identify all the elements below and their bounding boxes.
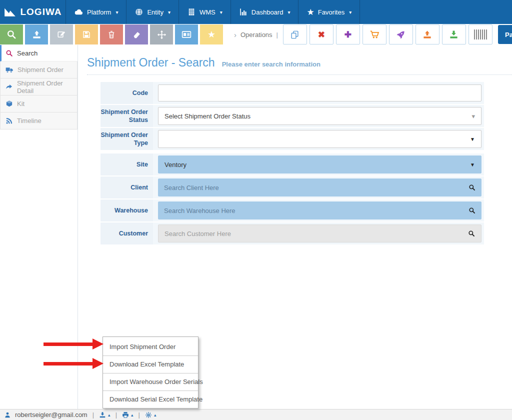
customer-search-placeholder: Search Customer Here xyxy=(164,230,231,238)
sidebar-item-kit[interactable]: Kit xyxy=(0,96,78,112)
rss-icon xyxy=(6,117,13,124)
menu-item-import-warehouse-order-serials[interactable]: Import Warehouse Order Serials xyxy=(103,373,198,390)
form-row-shipment-order-type: Shipment Order Type ▼ xyxy=(100,128,484,150)
chevron-down-icon: ▾ xyxy=(168,10,170,15)
menu-item-download-excel-template[interactable]: Download Excel Template xyxy=(103,356,198,373)
site-select[interactable]: Ventory ▼ xyxy=(158,156,482,174)
upload-button[interactable] xyxy=(25,24,48,44)
logiwa-logo-icon xyxy=(4,6,16,18)
plus-icon: ✚ xyxy=(344,30,352,39)
warehouse-search-input[interactable]: Search Warehouse Here xyxy=(158,202,482,220)
nav-item-entity[interactable]: Entity ▾ xyxy=(126,0,179,24)
truck-icon xyxy=(6,66,14,74)
magnifier-icon xyxy=(6,30,16,40)
globe-icon xyxy=(134,8,144,16)
card-icon xyxy=(182,30,192,40)
client-search-input[interactable]: Search Client Here xyxy=(158,178,482,196)
nav-item-dashboard[interactable]: Dashboard ▾ xyxy=(231,0,299,24)
nav-label: WMS xyxy=(200,8,216,16)
page-tips-button[interactable]: Page T xyxy=(498,25,512,44)
nav-item-favorites[interactable]: ★ Favorites ▾ xyxy=(298,0,360,24)
sidebar-item-search[interactable]: Search xyxy=(0,45,78,62)
body-row: Search Shipment Order Shipment Order Det… xyxy=(0,45,512,409)
printer-icon xyxy=(122,412,129,418)
chevron-up-icon: ▴ xyxy=(154,412,156,418)
logiwa-logo[interactable]: LOGIWA xyxy=(0,0,66,24)
form-row-client: Client Search Client Here xyxy=(100,176,484,198)
sidebar-item-shipment-order[interactable]: Shipment Order xyxy=(0,62,78,78)
form-row-customer: Customer Search Customer Here xyxy=(100,222,484,244)
nav-item-wms[interactable]: WMS ▾ xyxy=(179,0,231,24)
sidebar-tabs: Search Shipment Order Shipment Order Det… xyxy=(0,45,78,409)
import-export-menu: Import Shipment Order Download Excel Tem… xyxy=(102,336,198,408)
nav-label: Favorites xyxy=(318,8,344,16)
customer-search-input[interactable]: Search Customer Here xyxy=(158,224,482,242)
trash-icon xyxy=(107,30,116,39)
copy-button[interactable] xyxy=(283,24,307,44)
cloud-icon xyxy=(74,8,84,17)
field-label: Client xyxy=(100,176,153,198)
import-button[interactable] xyxy=(416,24,440,44)
barcode-button[interactable] xyxy=(468,24,492,44)
nav-label: Platform xyxy=(87,8,111,16)
page-title: Shipment Order - Search xyxy=(87,56,215,70)
favorite-button[interactable]: ★ xyxy=(200,24,223,44)
cube-icon xyxy=(6,100,13,108)
type-select[interactable]: ▼ xyxy=(158,130,482,148)
purchase-cart-button[interactable] xyxy=(362,24,386,44)
form-row-site: Site Ventory ▼ xyxy=(100,154,484,176)
erase-button[interactable] xyxy=(125,24,148,44)
warehouse-search-placeholder: Search Warehouse Here xyxy=(164,207,236,214)
site-select-value: Ventory xyxy=(164,161,186,168)
sidebar-item-label: Timeline xyxy=(17,117,42,124)
sidebar-item-label: Kit xyxy=(17,100,24,108)
footer-separator: | xyxy=(92,411,94,418)
breadcrumb-label[interactable]: Operations xyxy=(240,31,272,38)
chevron-down-icon: ▾ xyxy=(116,10,118,15)
footer-settings-button[interactable]: ▴ xyxy=(145,412,156,418)
cancel-button[interactable]: ✖ xyxy=(310,24,334,44)
footer-separator: | xyxy=(138,411,140,418)
detail-card-button[interactable] xyxy=(175,24,198,44)
status-select[interactable]: Select Shipment Order Status ▾ xyxy=(158,107,482,125)
save-button[interactable] xyxy=(75,24,98,44)
search-button[interactable] xyxy=(0,24,23,44)
client-search-placeholder: Search Client Here xyxy=(164,184,219,192)
download-icon xyxy=(449,30,458,40)
barcode-icon xyxy=(474,30,487,40)
footer-download-button[interactable]: ▴ xyxy=(99,412,110,418)
user-email[interactable]: robertseigler@gmail.com xyxy=(15,411,88,418)
export-button[interactable] xyxy=(442,24,466,44)
page-subtitle: Please enter search information xyxy=(222,60,320,68)
upload-icon xyxy=(422,30,432,40)
field-label: Customer xyxy=(100,222,153,244)
menu-item-download-serial-excel-template[interactable]: Download Serial Excel Template xyxy=(103,390,198,408)
menu-item-import-shipment-order[interactable]: Import Shipment Order xyxy=(103,338,198,356)
sidebar-item-label: Shipment Order xyxy=(18,66,64,74)
upload-icon xyxy=(32,30,42,40)
edit-button[interactable] xyxy=(50,24,73,44)
rocket-icon xyxy=(396,30,406,40)
code-input[interactable] xyxy=(158,84,482,102)
move-button[interactable] xyxy=(150,24,173,44)
magnifier-icon xyxy=(6,50,13,57)
chevron-down-icon: ▾ xyxy=(288,10,290,15)
form-row-shipment-order-status: Shipment Order Status Select Shipment Or… xyxy=(100,105,484,127)
footer-print-button[interactable]: ▴ xyxy=(122,412,134,418)
field-label: Shipment Order Type xyxy=(100,128,153,150)
quick-ship-button[interactable] xyxy=(389,24,413,44)
action-toolbar: ★ › Operations | ✖ ✚ Page T xyxy=(0,24,512,46)
star-icon: ★ xyxy=(208,30,216,39)
sidebar-item-shipment-order-detail[interactable]: Shipment Order Detail xyxy=(0,78,78,96)
delete-button[interactable] xyxy=(100,24,123,44)
magnifier-icon xyxy=(468,207,476,214)
search-form: Code Shipment Order Status Select Shipme… xyxy=(100,82,484,244)
add-button[interactable]: ✚ xyxy=(336,24,360,44)
sidebar-item-timeline[interactable]: Timeline xyxy=(0,112,78,130)
nav-item-platform[interactable]: Platform ▾ xyxy=(66,0,126,24)
magnifier-icon xyxy=(468,230,475,237)
star-icon: ★ xyxy=(306,7,314,18)
brand-name: LOGIWA xyxy=(20,6,62,18)
footer-bar: robertseigler@gmail.com | ▴ | ▴ | ▴ xyxy=(0,409,512,420)
form-row-warehouse: Warehouse Search Warehouse Here xyxy=(100,200,484,222)
